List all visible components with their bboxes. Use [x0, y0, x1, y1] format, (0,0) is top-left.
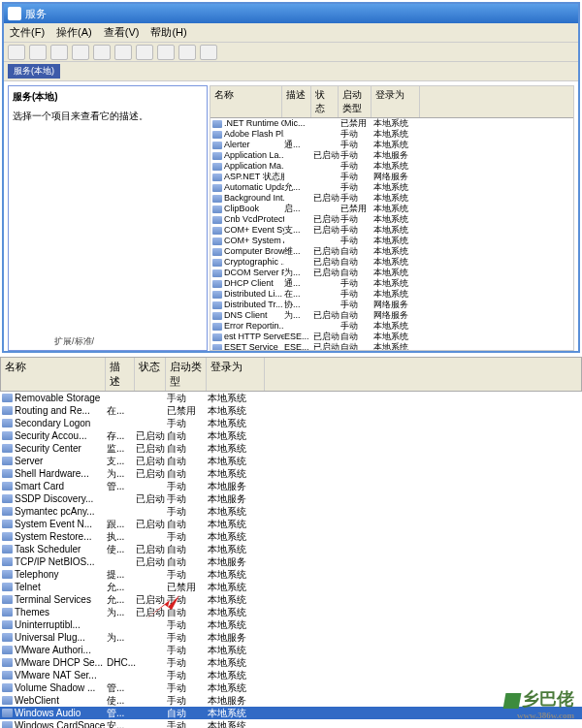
service-icon	[2, 671, 13, 680]
start-service-button[interactable]	[136, 45, 153, 60]
service-row[interactable]: System Restore...执...手动本地系统	[0, 530, 582, 543]
service-row[interactable]: Distributed Li...在...手动本地系统	[210, 289, 573, 300]
service-icon	[212, 227, 222, 235]
service-row[interactable]: Security Accou...存...已启动自动本地系统	[0, 429, 582, 442]
service-icon	[212, 312, 222, 320]
service-row[interactable]: Shell Hardware...为...已启动自动本地系统	[0, 467, 582, 480]
bcol-desc[interactable]: 描述	[106, 358, 135, 391]
service-icon	[2, 721, 13, 728]
service-row[interactable]: Task Scheduler使...已启动自动本地系统	[0, 543, 582, 555]
service-row[interactable]: Windows Audio管...自动本地系统	[0, 707, 582, 719]
service-icon	[212, 301, 222, 309]
menu-action[interactable]: 操作(A)	[56, 25, 92, 40]
service-row[interactable]: ClipBook启...已禁用本地系统	[210, 204, 573, 214]
service-icon	[2, 469, 13, 478]
list-header: 名称 描述 状态 启动类型 登录为	[210, 86, 573, 118]
service-row[interactable]: SSDP Discovery...已启动手动本地服务	[0, 492, 582, 505]
service-row[interactable]: ASP.NET 状态服...手动网络服务	[210, 172, 573, 182]
service-row[interactable]: VMware NAT Ser...手动本地系统	[0, 669, 582, 681]
service-icon	[2, 431, 13, 440]
col-status[interactable]: 状态	[311, 86, 339, 117]
service-row[interactable]: DHCP Client通...手动本地系统	[210, 278, 573, 289]
tree-root[interactable]: 服务(本地)	[8, 64, 60, 79]
service-row[interactable]: Server支...已启动自动本地系统	[0, 455, 582, 467]
service-row[interactable]: ESET ServiceESE...已启动自动本地系统	[210, 342, 573, 351]
service-row[interactable]: Uninterruptibl...手动本地系统	[0, 618, 582, 631]
tree-bar: 服务(本地)	[4, 62, 578, 81]
service-row[interactable]: COM+ Event System支...已启动手动本地系统	[210, 225, 573, 236]
service-row[interactable]: Security Center监...已启动自动本地系统	[0, 442, 582, 455]
service-row[interactable]: Automatic Updates允...手动本地系统	[210, 182, 573, 193]
service-row[interactable]: Telnet允...已禁用本地系统	[0, 581, 582, 593]
service-row[interactable]: est HTTP ServerESE...已启动自动本地系统	[210, 332, 573, 342]
menu-help[interactable]: 帮助(H)	[150, 25, 186, 40]
service-row[interactable]: Secondary Logon手动本地系统	[0, 417, 582, 429]
service-row[interactable]: Adobe Flash Pl...手动本地系统	[210, 129, 573, 140]
tab-extended-standard[interactable]: 扩展/标准/	[54, 335, 94, 348]
service-row[interactable]: Distributed Tr...协...手动网络服务	[210, 300, 573, 310]
toolbar	[4, 43, 578, 62]
service-row[interactable]: Volume Shadow ...管...手动本地系统	[0, 681, 582, 694]
service-row[interactable]: Symantec pcAny...手动本地系统	[0, 505, 582, 518]
properties-button[interactable]	[93, 45, 111, 60]
service-icon	[2, 696, 13, 705]
pause-service-button[interactable]	[178, 45, 196, 60]
menu-view[interactable]: 查看(V)	[104, 25, 140, 40]
service-list-top[interactable]: 名称 描述 状态 启动类型 登录为 .NET Runtime O...Mic..…	[210, 85, 574, 351]
service-icon	[2, 557, 13, 566]
service-row[interactable]: Background Int...已启动手动本地系统	[210, 193, 573, 204]
service-row[interactable]: Telephony提...手动本地系统	[0, 568, 582, 581]
window-title: 服务	[25, 7, 47, 21]
service-row[interactable]: Themes为...已启动自动本地系统	[0, 606, 582, 618]
forward-button[interactable]	[29, 45, 47, 60]
service-icon	[212, 269, 222, 277]
export-button[interactable]	[50, 45, 68, 60]
service-row[interactable]: Windows CardSpace安...手动本地系统	[0, 719, 582, 728]
titlebar[interactable]: 服务	[4, 4, 578, 23]
service-row[interactable]: COM+ System Ap...手动本地系统	[210, 236, 573, 246]
help-button[interactable]	[114, 45, 132, 60]
service-row[interactable]: System Event N...跟...已启动自动本地系统	[0, 518, 582, 530]
stop-service-button[interactable]	[157, 45, 175, 60]
service-row[interactable]: Error Reportin...手动本地系统	[210, 321, 573, 332]
watermark-icon	[503, 693, 522, 709]
service-row[interactable]: Application La...已启动手动本地服务	[210, 150, 573, 161]
watermark: 乡巴佬 www.386w.com	[504, 687, 574, 720]
service-row[interactable]: DNS Client为...已启动自动网络服务	[210, 310, 573, 321]
restart-service-button[interactable]	[200, 45, 217, 60]
service-row[interactable]: Cnb VcdProtect...已启动手动本地系统	[210, 214, 573, 225]
service-row[interactable]: Alerter通...手动本地系统	[210, 140, 573, 150]
col-desc[interactable]: 描述	[282, 86, 311, 117]
service-row[interactable]: WebClient使...手动本地服务	[0, 694, 582, 707]
service-row[interactable]: Universal Plug...为...手动本地服务	[0, 631, 582, 644]
service-row[interactable]: VMware DHCP Se...DHC...手动本地系统	[0, 656, 582, 669]
bcol-startup[interactable]: 启动类型	[166, 358, 207, 391]
service-row[interactable]: Computer Browser维...已启动自动本地系统	[210, 246, 573, 257]
service-row[interactable]: VMware Authori...手动本地系统	[0, 644, 582, 656]
service-row[interactable]: .NET Runtime O...Mic...已禁用本地系统	[210, 118, 573, 129]
bcol-status[interactable]: 状态	[135, 358, 166, 391]
refresh-button[interactable]	[72, 45, 89, 60]
service-row[interactable]: Application Ma...手动本地系统	[210, 161, 573, 172]
service-row[interactable]: Cryptographic ...已启动自动本地系统	[210, 257, 573, 268]
service-row[interactable]: TCP/IP NetBIOS...已启动自动本地服务	[0, 555, 582, 568]
service-list-bottom[interactable]: 名称 描述 状态 启动类型 登录为 Removable Storage手动本地系…	[0, 357, 582, 696]
tree-node[interactable]: 服务(本地)	[13, 90, 203, 104]
col-startup[interactable]: 启动类型	[339, 86, 372, 117]
menubar: 文件(F) 操作(A) 查看(V) 帮助(H)	[4, 23, 578, 43]
back-button[interactable]	[8, 45, 25, 60]
service-row[interactable]: Removable Storage手动本地系统	[0, 392, 582, 404]
service-row[interactable]: Terminal Services允...已启动手动本地系统	[0, 593, 582, 606]
col-name[interactable]: 名称	[210, 86, 282, 117]
col-logon[interactable]: 登录为	[372, 86, 420, 117]
menu-file[interactable]: 文件(F)	[10, 25, 45, 40]
service-icon	[212, 248, 222, 256]
service-icon	[2, 520, 13, 528]
service-row[interactable]: Routing and Re...在...已禁用本地系统	[0, 404, 582, 417]
bcol-name[interactable]: 名称	[1, 358, 106, 391]
service-row[interactable]: DCOM Server Pr...为...已启动自动本地系统	[210, 268, 573, 278]
service-icon	[2, 658, 13, 667]
service-icon	[2, 709, 13, 717]
service-row[interactable]: Smart Card管...手动本地服务	[0, 480, 582, 492]
bcol-logon[interactable]: 登录为	[207, 358, 265, 391]
